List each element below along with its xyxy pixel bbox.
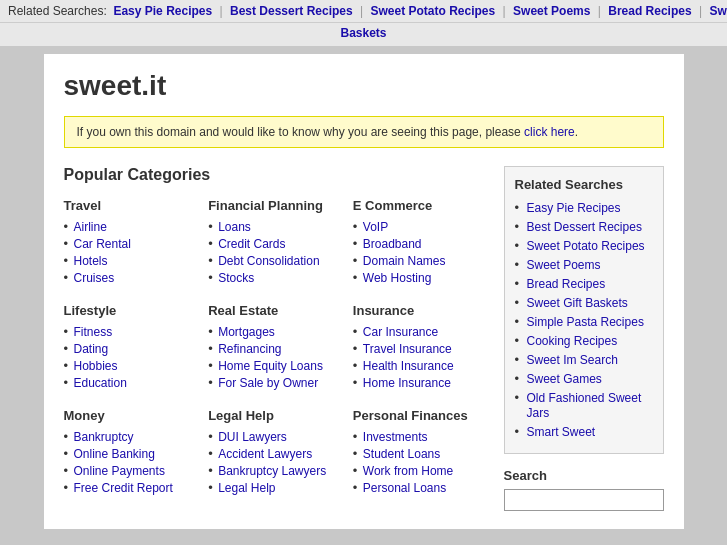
top-link-6-baskets[interactable]: Baskets — [340, 26, 386, 40]
money-online-banking[interactable]: Online Banking — [74, 447, 155, 461]
rs-link-1[interactable]: Easy Pie Recipes — [527, 201, 621, 215]
list-item: Sweet Poems — [515, 257, 653, 272]
list-item: Stocks — [208, 270, 343, 285]
rs-link-5[interactable]: Bread Recipes — [527, 277, 606, 291]
rs-link-11[interactable]: Old Fashioned Sweet Jars — [527, 391, 642, 420]
search-input[interactable] — [504, 489, 664, 511]
travel-car-rental[interactable]: Car Rental — [74, 237, 131, 251]
second-bar: Baskets — [0, 23, 727, 46]
top-related-bar: Related Searches: Easy Pie Recipes | Bes… — [0, 0, 727, 23]
category-grid: Travel Airline Car Rental Hotels Cruises… — [64, 198, 488, 513]
list-item: Bankruptcy — [64, 429, 199, 444]
rs-link-6[interactable]: Sweet Gift Baskets — [527, 296, 628, 310]
list-item: Old Fashioned Sweet Jars — [515, 390, 653, 420]
top-link-6-partial[interactable]: Sweet Gift — [709, 4, 727, 18]
ecommerce-broadband[interactable]: Broadband — [363, 237, 422, 251]
realestate-mortgages[interactable]: Mortgages — [218, 325, 275, 339]
category-ecommerce-list: VoIP Broadband Domain Names Web Hosting — [353, 219, 488, 285]
rs-link-8[interactable]: Cooking Recipes — [527, 334, 618, 348]
pf-student-loans[interactable]: Student Loans — [363, 447, 440, 461]
financial-stocks[interactable]: Stocks — [218, 271, 254, 285]
legal-help[interactable]: Legal Help — [218, 481, 275, 495]
related-searches-box-title: Related Searches — [515, 177, 653, 192]
travel-airline[interactable]: Airline — [74, 220, 107, 234]
money-online-payments[interactable]: Online Payments — [74, 464, 165, 478]
list-item: Refinancing — [208, 341, 343, 356]
financial-loans[interactable]: Loans — [218, 220, 251, 234]
money-bankruptcy[interactable]: Bankruptcy — [74, 430, 134, 444]
search-section: Search — [504, 468, 664, 511]
ecommerce-voip[interactable]: VoIP — [363, 220, 388, 234]
list-item: Cooking Recipes — [515, 333, 653, 348]
rs-link-2[interactable]: Best Dessert Recipes — [527, 220, 642, 234]
legal-bankruptcy[interactable]: Bankruptcy Lawyers — [218, 464, 326, 478]
list-item: Bankruptcy Lawyers — [208, 463, 343, 478]
rs-link-7[interactable]: Simple Pasta Recipes — [527, 315, 644, 329]
travel-hotels[interactable]: Hotels — [74, 254, 108, 268]
top-link-1[interactable]: Easy Pie Recipes — [113, 4, 212, 18]
category-travel-list: Airline Car Rental Hotels Cruises — [64, 219, 199, 285]
list-item: For Sale by Owner — [208, 375, 343, 390]
top-links: Easy Pie Recipes | Best Dessert Recipes … — [110, 4, 727, 18]
insurance-travel[interactable]: Travel Insurance — [363, 342, 452, 356]
list-item: Health Insurance — [353, 358, 488, 373]
category-insurance-list: Car Insurance Travel Insurance Health In… — [353, 324, 488, 390]
list-item: Smart Sweet — [515, 424, 653, 439]
legal-accident[interactable]: Accident Lawyers — [218, 447, 312, 461]
category-financial-list: Loans Credit Cards Debt Consolidation St… — [208, 219, 343, 285]
category-realestate-list: Mortgages Refinancing Home Equity Loans … — [208, 324, 343, 390]
ecommerce-web-hosting[interactable]: Web Hosting — [363, 271, 431, 285]
lifestyle-fitness[interactable]: Fitness — [74, 325, 113, 339]
rs-link-4[interactable]: Sweet Poems — [527, 258, 601, 272]
list-item: Bread Recipes — [515, 276, 653, 291]
category-ecommerce-title: E Commerce — [353, 198, 488, 213]
top-link-4[interactable]: Sweet Poems — [513, 4, 590, 18]
category-personal-finances: Personal Finances Investments Student Lo… — [353, 408, 488, 495]
lifestyle-hobbies[interactable]: Hobbies — [74, 359, 118, 373]
ecommerce-domain-names[interactable]: Domain Names — [363, 254, 446, 268]
category-legal-list: DUI Lawyers Accident Lawyers Bankruptcy … — [208, 429, 343, 495]
list-item: Travel Insurance — [353, 341, 488, 356]
insurance-home[interactable]: Home Insurance — [363, 376, 451, 390]
lifestyle-dating[interactable]: Dating — [74, 342, 109, 356]
category-realestate-title: Real Estate — [208, 303, 343, 318]
insurance-car[interactable]: Car Insurance — [363, 325, 438, 339]
rs-link-10[interactable]: Sweet Games — [527, 372, 602, 386]
travel-cruises[interactable]: Cruises — [74, 271, 115, 285]
realestate-refinancing[interactable]: Refinancing — [218, 342, 281, 356]
pf-personal-loans[interactable]: Personal Loans — [363, 481, 446, 495]
legal-dui[interactable]: DUI Lawyers — [218, 430, 287, 444]
insurance-health[interactable]: Health Insurance — [363, 359, 454, 373]
pf-investments[interactable]: Investments — [363, 430, 428, 444]
rs-link-9[interactable]: Sweet Im Search — [527, 353, 618, 367]
category-personal-finances-title: Personal Finances — [353, 408, 488, 423]
top-link-2[interactable]: Best Dessert Recipes — [230, 4, 353, 18]
pf-work-from-home[interactable]: Work from Home — [363, 464, 453, 478]
category-lifestyle: Lifestyle Fitness Dating Hobbies Educati… — [64, 303, 199, 390]
top-link-3[interactable]: Sweet Potato Recipes — [371, 4, 496, 18]
popular-categories-title: Popular Categories — [64, 166, 488, 184]
category-insurance: Insurance Car Insurance Travel Insurance… — [353, 303, 488, 390]
category-column-3: E Commerce VoIP Broadband Domain Names W… — [353, 198, 488, 513]
category-insurance-title: Insurance — [353, 303, 488, 318]
lifestyle-education[interactable]: Education — [74, 376, 127, 390]
money-free-credit-report[interactable]: Free Credit Report — [74, 481, 173, 495]
list-item: Hotels — [64, 253, 199, 268]
list-item: Simple Pasta Recipes — [515, 314, 653, 329]
rs-link-3[interactable]: Sweet Potato Recipes — [527, 239, 645, 253]
financial-credit-cards[interactable]: Credit Cards — [218, 237, 285, 251]
financial-debt-consolidation[interactable]: Debt Consolidation — [218, 254, 319, 268]
top-link-5[interactable]: Bread Recipes — [608, 4, 691, 18]
realestate-for-sale[interactable]: For Sale by Owner — [218, 376, 318, 390]
list-item: Web Hosting — [353, 270, 488, 285]
rs-link-12[interactable]: Smart Sweet — [527, 425, 596, 439]
list-item: Free Credit Report — [64, 480, 199, 495]
list-item: Online Payments — [64, 463, 199, 478]
list-item: Personal Loans — [353, 480, 488, 495]
list-item: DUI Lawyers — [208, 429, 343, 444]
click-here-link[interactable]: click here — [524, 125, 575, 139]
realestate-home-equity[interactable]: Home Equity Loans — [218, 359, 323, 373]
list-item: Car Insurance — [353, 324, 488, 339]
category-realestate: Real Estate Mortgages Refinancing Home E… — [208, 303, 343, 390]
category-legal-title: Legal Help — [208, 408, 343, 423]
